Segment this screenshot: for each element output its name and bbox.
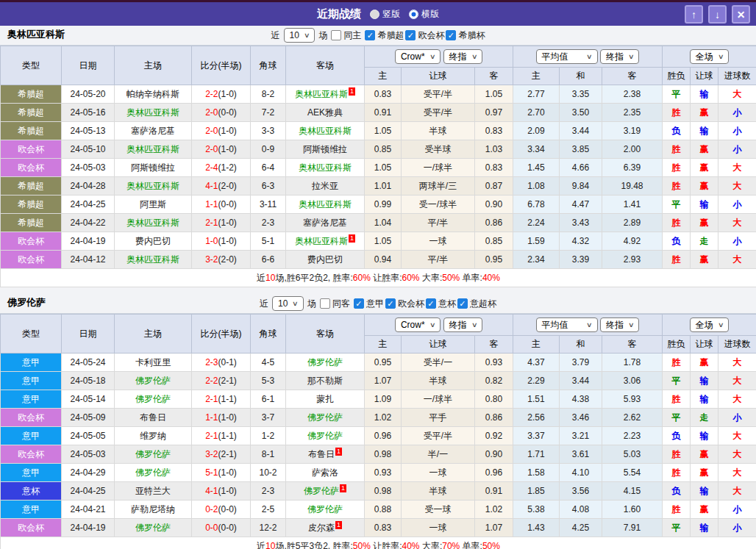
fulltime-select[interactable]: 全场∨	[690, 49, 730, 64]
final-odds-select[interactable]: 终指∨	[443, 317, 483, 332]
match-row: 意甲24-05-24卡利亚里2-3(0-1)4-5佛罗伦萨0.95受半/一0.9…	[1, 354, 756, 372]
match-score[interactable]: 2-2(2-1)	[192, 372, 251, 390]
match-score[interactable]: 2-0(0-0)	[192, 104, 251, 122]
result-winloss: 胜	[663, 177, 691, 195]
col-away: 客场	[286, 315, 365, 354]
league-badge: 希腊超	[1, 122, 62, 140]
match-score[interactable]: 2-2(1-0)	[192, 85, 251, 104]
move-up-button[interactable]: ↑	[685, 5, 703, 24]
same-venue-checkbox[interactable]: ✓ 同客	[320, 298, 350, 310]
odds-group-crow: Crow*∨ 终指∨	[365, 315, 513, 336]
match-score[interactable]: 1-1(0-0)	[192, 195, 251, 214]
league-filter-checkbox[interactable]: ✓希腊超	[365, 29, 404, 42]
red-card-badge: 1	[349, 234, 355, 243]
match-score[interactable]: 2-1(1-1)	[192, 427, 251, 445]
same-venue-label: 同主	[343, 29, 361, 42]
match-score[interactable]: 5-1(1-0)	[192, 464, 251, 482]
red-card-badge: 1	[335, 448, 342, 456]
odds-source-select[interactable]: Crow*∨	[395, 49, 441, 64]
average-odds: 1.43	[513, 519, 560, 537]
match-score[interactable]: 2-1(1-1)	[192, 390, 251, 409]
league-badge: 欧会杯	[1, 251, 62, 269]
handicap-odds: 平手	[402, 409, 475, 427]
away-team: 阿斯顿维拉	[286, 140, 365, 159]
league-filter-checkbox[interactable]: ✓欧会杯	[405, 29, 444, 42]
team-section-header: 佛罗伦萨 近 10 ∨ 场 ✓ 同客 ✓意甲✓欧会杯✓意杯✓意超杯	[0, 287, 756, 314]
match-count-select[interactable]: 10 ∨	[272, 296, 304, 311]
match-score[interactable]: 3-2(2-0)	[192, 251, 251, 269]
result-winloss: 平	[663, 372, 691, 390]
subcol-avg-home: 主	[513, 68, 560, 85]
average-odds-select[interactable]: 平均值∨	[536, 49, 598, 64]
final-odds-select[interactable]: 终指∨	[600, 49, 640, 64]
match-score[interactable]: 2-3(0-1)	[192, 354, 251, 372]
filter-controls: 近 10 ∨ 场 ✓ 同主 ✓希腊超✓欧会杯✓希腊杯	[271, 28, 485, 43]
fulltime-score: 4-1	[205, 181, 218, 191]
subcol-goals: 进球数	[718, 336, 756, 354]
average-odds: 4.92	[602, 232, 663, 251]
result-winloss: 胜	[663, 251, 691, 269]
select-value: 终指	[606, 51, 624, 63]
average-odds: 1.71	[513, 445, 560, 464]
final-odds-select[interactable]: 终指∨	[443, 49, 483, 64]
close-button[interactable]: ✕	[732, 5, 750, 24]
results-table: 类型 日期 主场 比分(半场) 角球 客场 Crow*∨ 终指∨ 平均值∨ 终指…	[0, 46, 756, 287]
summary-text-part: 大率:	[420, 273, 443, 283]
match-score[interactable]: 1-1(1-0)	[192, 409, 251, 427]
match-row: 希腊超24-04-25阿里斯1-1(0-0)3-11奥林匹亚科斯0.99受一/球…	[1, 195, 756, 214]
result-winloss: 负	[663, 232, 691, 251]
home-team: 卡利亚里	[115, 354, 192, 372]
result-winloss: 胜	[663, 464, 691, 482]
away-team: 佛罗伦萨	[286, 427, 365, 445]
handicap-odds: 一/球半	[402, 159, 475, 177]
corner-score: 5-1	[251, 232, 286, 251]
view-option-vertical[interactable]: 竖版	[370, 8, 400, 21]
summary-highlight: 40%	[482, 273, 500, 283]
match-score[interactable]: 0-2(0-0)	[192, 500, 251, 519]
league-badge: 希腊超	[1, 104, 62, 122]
match-score[interactable]: 2-1(1-0)	[192, 214, 251, 232]
handicap-odds: 受平/半	[402, 427, 475, 445]
final-odds-select[interactable]: 终指∨	[600, 317, 640, 332]
fulltime-select[interactable]: 全场∨	[690, 317, 730, 332]
league-filter-label: 希腊杯	[458, 29, 485, 42]
handicap-odds: 0.99	[365, 195, 402, 214]
handicap-odds: 受一/球半	[402, 195, 475, 214]
match-score[interactable]: 4-1(2-0)	[192, 177, 251, 195]
fulltime-score: 2-2	[205, 376, 218, 386]
away-team: 佛罗伦萨	[286, 354, 365, 372]
average-odds: 2.38	[602, 85, 663, 104]
near-label: 近	[271, 29, 280, 42]
team-name-text: 奥林匹亚科斯	[299, 162, 352, 173]
league-filter-checkbox[interactable]: ✓意甲	[354, 298, 384, 310]
match-score[interactable]: 3-2(2-1)	[192, 445, 251, 464]
away-team: 佛罗伦萨	[286, 500, 365, 519]
league-filter-checkbox[interactable]: ✓希腊杯	[446, 29, 485, 42]
home-team: 费内巴切	[115, 232, 192, 251]
same-venue-checkbox[interactable]: ✓ 同主	[331, 29, 361, 42]
match-score[interactable]: 2-0(1-0)	[192, 122, 251, 140]
up-arrow-icon: ↑	[691, 9, 696, 21]
match-score[interactable]: 0-0(0-0)	[192, 519, 251, 537]
league-filter-label: 意超杯	[470, 298, 496, 310]
handicap-odds: 0.85	[365, 140, 402, 159]
match-row: 希腊超24-05-20帕纳辛纳科斯2-2(1-0)8-2奥林匹亚科斯10.83受…	[1, 85, 756, 104]
view-option-horizontal[interactable]: 横版	[409, 8, 439, 21]
team-name-text: 奥林匹亚科斯	[126, 218, 179, 228]
match-score[interactable]: 1-0(1-0)	[192, 232, 251, 251]
match-score[interactable]: 2-4(1-2)	[192, 159, 251, 177]
move-down-button[interactable]: ↓	[708, 5, 727, 24]
handicap-odds: 0.86	[475, 409, 513, 427]
match-count-select[interactable]: 10 ∨	[284, 28, 315, 43]
odds-source-select[interactable]: Crow*∨	[395, 317, 441, 332]
average-odds-select[interactable]: 平均值∨	[536, 317, 598, 332]
league-filter-checkbox[interactable]: ✓意超杯	[457, 298, 496, 310]
match-score[interactable]: 2-0(1-0)	[192, 140, 251, 159]
summary-text-part: 单率:	[460, 541, 482, 549]
result-handicap: 输	[691, 122, 718, 140]
match-score[interactable]: 4-1(1-0)	[192, 482, 251, 500]
league-filter-checkbox[interactable]: ✓意杯	[426, 298, 456, 310]
checkbox-checked-icon: ✓	[385, 298, 396, 309]
handicap-odds: 半球	[402, 122, 475, 140]
league-filter-checkbox[interactable]: ✓欧会杯	[385, 298, 424, 310]
